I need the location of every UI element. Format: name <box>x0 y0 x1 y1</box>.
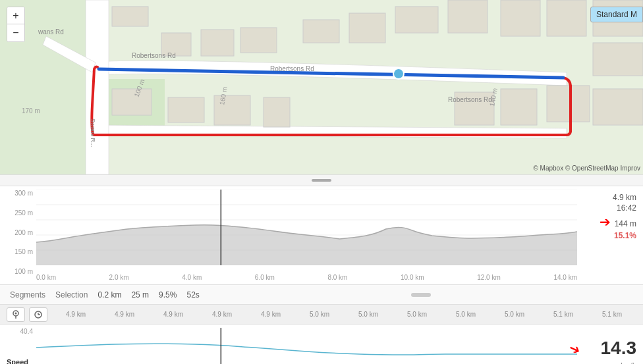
elevation-chart-svg-container[interactable] <box>36 190 577 265</box>
speed-value: 14.3 <box>601 338 637 358</box>
zoom-out-button[interactable]: − <box>7 24 24 41</box>
selection-label: Selection <box>55 290 88 299</box>
svg-rect-4 <box>112 89 152 115</box>
resize-divider[interactable] <box>0 174 643 186</box>
svg-point-41 <box>15 312 17 314</box>
x-label-14: 14.0 km <box>553 274 577 281</box>
map-style-button[interactable]: Standard M <box>590 7 643 22</box>
speed-unit: km/h <box>621 361 636 364</box>
svg-rect-17 <box>501 89 537 125</box>
km-8: 5.0 km <box>407 311 427 318</box>
km-10: 5.0 km <box>505 311 524 318</box>
svg-text:Robertsons Rd: Robertsons Rd <box>448 96 492 103</box>
svg-rect-8 <box>303 20 339 43</box>
y-label-100: 100 m <box>14 268 33 275</box>
speed-chart: 40.4 0.0 Speed Max 27.3 Avg 18.0 ➔ 14.3 … <box>0 325 643 364</box>
selection-handle-area <box>210 293 633 297</box>
x-label-2: 2.0 km <box>109 274 129 281</box>
svg-rect-18 <box>547 86 590 122</box>
km-3: 4.9 km <box>163 311 183 318</box>
svg-point-23 <box>393 68 404 79</box>
km-1: 4.9 km <box>66 311 86 318</box>
segments-row: 4.9 km 4.9 km 4.9 km 4.9 km 4.9 km 5.0 k… <box>0 305 643 325</box>
y-label-200: 200 m <box>14 229 33 236</box>
speed-info: Speed Max 27.3 Avg 18.0 <box>7 358 34 364</box>
stat-elevation: ➔ 144 m <box>600 214 636 230</box>
km-6: 5.0 km <box>310 311 329 318</box>
segment-pin-icon[interactable] <box>7 307 25 322</box>
svg-rect-11 <box>448 0 488 33</box>
svg-text:Robertsons Rd: Robertsons Rd <box>132 52 176 59</box>
elevation-x-axis: 0.0 km 2.0 km 4.0 km 6.0 km 8.0 km 10.0 … <box>36 274 577 281</box>
segment-clock-icon[interactable] <box>29 307 47 322</box>
x-label-10: 10.0 km <box>401 274 424 281</box>
svg-rect-22 <box>240 28 277 53</box>
svg-rect-9 <box>349 13 385 43</box>
svg-rect-19 <box>593 89 643 125</box>
elevation-chart: 300 m 250 m 200 m 150 m 100 m 0.0 km 2.0… <box>0 186 643 285</box>
stat-distance: 4.9 km <box>600 193 636 202</box>
x-label-4: 4.0 km <box>182 274 202 281</box>
map-container: 100 m 160 m 140 m 170 m wans Rd Robertso… <box>0 0 643 174</box>
sel-time: 52s <box>186 290 199 299</box>
sel-grade: 9.5% <box>159 290 177 299</box>
svg-rect-3 <box>112 7 148 26</box>
speed-chart-svg[interactable] <box>36 328 577 364</box>
svg-text:170 m: 170 m <box>22 107 40 115</box>
km-4: 4.9 km <box>212 311 232 318</box>
zoom-in-button[interactable]: + <box>7 7 24 24</box>
km-5: 4.9 km <box>261 311 281 318</box>
x-label-12: 12.0 km <box>477 274 501 281</box>
selection-resize-handle[interactable] <box>411 293 431 297</box>
svg-rect-13 <box>547 0 586 36</box>
map-zoom-controls: + − <box>7 7 25 42</box>
stat-grade: 15.1% <box>600 231 636 240</box>
svg-rect-15 <box>593 43 643 76</box>
y-label-300: 300 m <box>14 190 33 197</box>
svg-rect-12 <box>501 0 540 36</box>
map-svg: 100 m 160 m 140 m 170 m wans Rd Robertso… <box>0 0 643 174</box>
selection-bar: Segments Selection 0.2 km 25 m 9.5% 52s <box>0 285 643 305</box>
stat-time: 16:42 <box>600 203 636 213</box>
sel-distance: 0.2 km <box>98 290 121 299</box>
x-label-8: 8.0 km <box>327 274 347 281</box>
elevation-stats: 4.9 km 16:42 ➔ 144 m 15.1% <box>600 193 636 242</box>
y-label-250: 250 m <box>14 209 33 217</box>
stat-elevation-value: 144 m <box>615 219 636 228</box>
x-label-6: 6.0 km <box>255 274 275 281</box>
elevation-arrow: ➔ <box>600 214 611 230</box>
sel-elevation: 25 m <box>131 290 149 299</box>
svg-rect-7 <box>264 97 290 127</box>
km-11: 5.1 km <box>553 311 573 318</box>
segments-label: Segments <box>10 290 45 299</box>
elevation-y-axis: 300 m 250 m 200 m 150 m 100 m <box>0 190 36 275</box>
map-attribution: © Mapbox © OpenStreetMap Improv <box>533 165 640 172</box>
svg-text:wans Rd: wans Rd <box>38 28 64 36</box>
km-9: 5.0 km <box>456 311 476 318</box>
km-12: 5.1 km <box>602 311 622 318</box>
speed-y-top: 40.4 <box>20 328 33 335</box>
km-2: 4.9 km <box>115 311 134 318</box>
speed-title: Speed <box>7 358 34 364</box>
speed-current: 14.3 km/h <box>601 338 637 364</box>
km-7: 5.0 km <box>358 311 378 318</box>
y-label-150: 150 m <box>14 248 33 255</box>
svg-text:Robertsons Rd: Robertsons Rd <box>270 65 314 72</box>
x-label-0: 0.0 km <box>36 274 56 281</box>
svg-rect-21 <box>201 30 234 56</box>
svg-text:Swans R...: Swans R... <box>90 118 96 147</box>
divider-handle <box>312 179 331 182</box>
svg-rect-5 <box>168 97 204 122</box>
km-markers: 4.9 km 4.9 km 4.9 km 4.9 km 4.9 km 5.0 k… <box>51 311 636 318</box>
svg-rect-10 <box>395 7 438 33</box>
